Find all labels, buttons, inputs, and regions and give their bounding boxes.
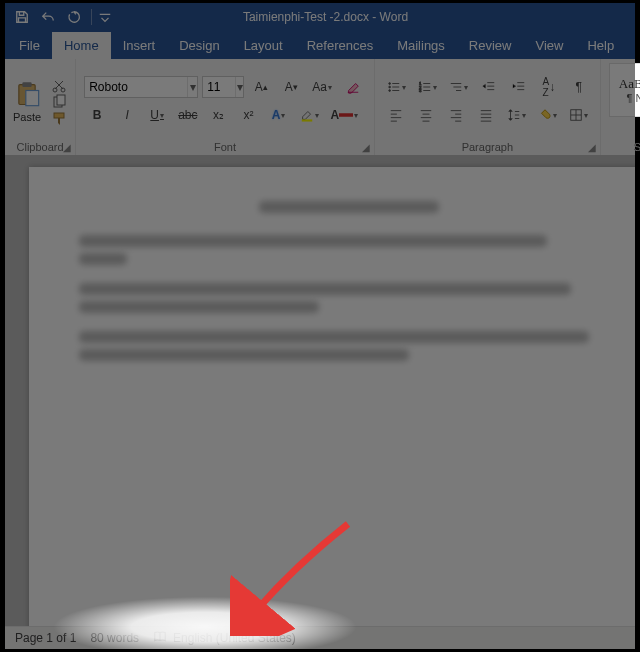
paragraph-dialog-launcher[interactable]: ◢ [588,142,596,153]
tab-home[interactable]: Home [52,32,111,59]
status-language-label: English (United States) [173,631,296,645]
shrink-font-button[interactable]: A▾ [278,76,304,98]
svg-rect-1 [22,82,31,87]
separator [91,9,92,25]
window-title: Taimienphi-Test -2.docx - Word [112,10,539,24]
format-painter-button[interactable] [51,111,67,125]
group-label-clipboard: Clipboard◢ [13,139,67,153]
svg-rect-6 [57,95,65,105]
style-name: ¶ Normal [627,92,640,104]
font-size-combo[interactable]: ▾ [202,76,244,98]
cut-button[interactable] [51,77,67,91]
group-font: ▾ ▾ A▴ A▾ Aa▾ B [76,59,375,155]
tab-help[interactable]: Help [575,32,626,59]
align-left-button[interactable] [383,104,409,126]
bold-button[interactable]: B [84,104,110,126]
group-label-styles: Styles◢ [609,139,640,153]
clipboard-dialog-launcher[interactable]: ◢ [63,142,71,153]
tab-mailings[interactable]: Mailings [385,32,457,59]
style-gallery[interactable]: AaBbCcDc ¶ Normal [609,63,640,117]
tab-review[interactable]: Review [457,32,524,59]
customize-qat-button[interactable] [98,6,112,28]
shading-button[interactable]: ▾ [534,104,561,126]
align-right-button[interactable] [443,104,469,126]
svg-rect-8 [301,119,312,121]
sort-button[interactable]: AZ↓ [536,76,562,98]
font-name-combo[interactable]: ▾ [84,76,198,98]
status-page[interactable]: Page 1 of 1 [15,631,76,645]
highlight-color-button[interactable]: ▾ [296,104,323,126]
svg-rect-7 [54,113,64,118]
svg-point-11 [389,86,391,88]
underline-button[interactable]: U▾ [144,104,170,126]
tab-file[interactable]: File [7,32,52,59]
svg-point-10 [389,83,391,85]
document-page[interactable] [29,167,635,627]
tab-references[interactable]: References [295,32,385,59]
multilevel-list-button[interactable]: ▾ [445,76,472,98]
tab-layout[interactable]: Layout [232,32,295,59]
bullets-button[interactable]: ▾ [383,76,410,98]
group-label-font: Font◢ [84,139,366,153]
group-paragraph: ▾ 123▾ ▾ AZ↓ ¶ [375,59,601,155]
copy-button[interactable] [51,94,67,108]
font-name-input[interactable] [85,80,187,94]
justify-button[interactable] [473,104,499,126]
group-styles: AaBbCcDc ¶ Normal Styles◢ [601,59,640,155]
paste-label: Paste [13,111,41,123]
group-clipboard: Paste Clipboard◢ [5,59,76,155]
change-case-button[interactable]: Aa▾ [308,76,336,98]
status-bar: Page 1 of 1 80 words English (United Sta… [5,626,635,649]
borders-button[interactable]: ▾ [565,104,592,126]
document-area[interactable] [5,155,635,627]
chevron-down-icon[interactable]: ▾ [187,77,197,97]
ribbon-tabs: File Home Insert Design Layout Reference… [5,31,635,59]
text-effects-button[interactable]: A▾ [266,104,292,126]
redo-button[interactable] [63,6,85,28]
subscript-button[interactable]: x₂ [206,104,232,126]
book-icon [153,630,167,647]
grow-font-button[interactable]: A▴ [248,76,274,98]
ribbon-home: Paste Clipboard◢ [5,59,635,156]
increase-indent-button[interactable] [506,76,532,98]
font-size-input[interactable] [203,80,235,94]
numbering-button[interactable]: 123▾ [414,76,441,98]
show-marks-button[interactable]: ¶ [566,76,592,98]
tab-insert[interactable]: Insert [111,32,168,59]
svg-point-12 [389,90,391,92]
undo-button[interactable] [37,6,59,28]
chevron-down-icon[interactable]: ▾ [235,77,243,97]
font-dialog-launcher[interactable]: ◢ [362,142,370,153]
svg-rect-2 [26,91,39,106]
line-spacing-button[interactable]: ▾ [503,104,530,126]
status-language[interactable]: English (United States) [153,630,296,647]
style-sample: AaBbCcDc [619,76,640,92]
tab-design[interactable]: Design [167,32,231,59]
paste-button[interactable]: Paste [13,79,41,123]
italic-button[interactable]: I [114,104,140,126]
svg-text:3: 3 [419,88,422,93]
decrease-indent-button[interactable] [476,76,502,98]
tab-view[interactable]: View [523,32,575,59]
group-label-paragraph: Paragraph◢ [383,139,592,153]
strikethrough-button[interactable]: abc [174,104,201,126]
clear-formatting-button[interactable] [340,76,366,98]
superscript-button[interactable]: x² [236,104,262,126]
quick-access-toolbar [11,6,112,28]
status-word-count[interactable]: 80 words [90,631,139,645]
title-bar: Taimienphi-Test -2.docx - Word [5,3,635,31]
save-button[interactable] [11,6,33,28]
font-color-button[interactable]: A▾ [327,104,363,126]
svg-rect-9 [339,113,353,117]
align-center-button[interactable] [413,104,439,126]
